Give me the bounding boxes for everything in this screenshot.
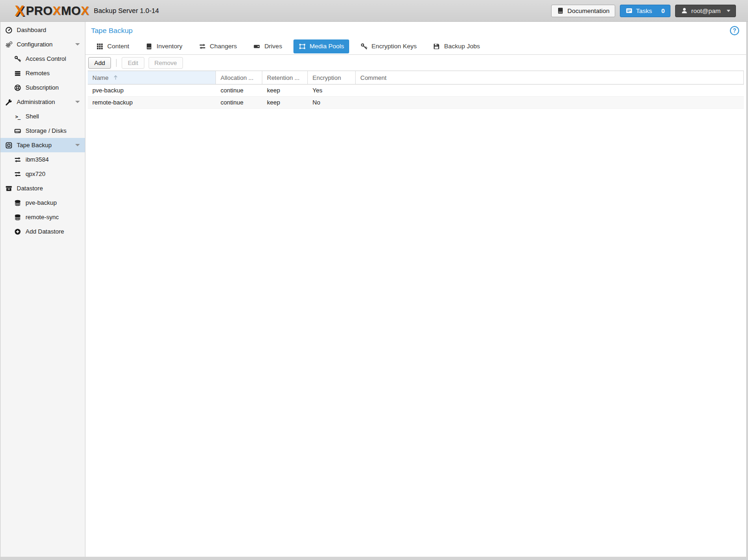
database-icon bbox=[14, 199, 21, 207]
sidebar-item-label: ibm3584 bbox=[26, 156, 49, 163]
user-icon bbox=[681, 7, 688, 14]
cell-comment bbox=[356, 97, 744, 108]
cell-allocation: continue bbox=[216, 85, 262, 96]
sidebar-item-add-datastore[interactable]: Add Datastore bbox=[0, 224, 85, 239]
content-panel: Tape Backup ? Content Inventory Changers… bbox=[85, 22, 746, 557]
sidebar-item-label: Shell bbox=[26, 113, 39, 120]
tab-encryption-keys[interactable]: Encryption Keys bbox=[355, 39, 422, 53]
sidebar-item-access-control[interactable]: Access Control bbox=[0, 52, 85, 66]
grid-icon bbox=[96, 43, 104, 50]
tab-media-pools[interactable]: Media Pools bbox=[293, 39, 349, 53]
task-list-icon bbox=[625, 7, 633, 14]
tab-label: Drives bbox=[264, 43, 282, 50]
column-header-encryption[interactable]: Encryption bbox=[308, 71, 356, 84]
add-button[interactable]: Add bbox=[88, 57, 111, 69]
sidebar-item-label: Remotes bbox=[26, 70, 50, 77]
sidebar-item-label: Dashboard bbox=[17, 26, 46, 33]
tab-content[interactable]: Content bbox=[91, 39, 134, 53]
sidebar-item-label: Administration bbox=[17, 98, 55, 105]
cell-comment bbox=[356, 85, 744, 96]
documentation-label: Documentation bbox=[567, 7, 610, 14]
exchange-arrows-icon bbox=[199, 43, 206, 50]
tab-label: Changers bbox=[210, 43, 237, 50]
gauge-icon bbox=[5, 26, 13, 34]
sidebar-item-configuration[interactable]: Configuration bbox=[0, 37, 85, 52]
collapse-arrow-icon[interactable] bbox=[75, 101, 80, 103]
collapse-arrow-icon[interactable] bbox=[75, 43, 80, 46]
sidebar-item-dashboard[interactable]: Dashboard bbox=[0, 23, 85, 37]
proxmox-logo[interactable]: X PROXMOX bbox=[15, 4, 89, 18]
hard-drive-icon bbox=[14, 127, 21, 135]
sidebar-item-label: pve-backup bbox=[26, 199, 57, 206]
save-icon bbox=[433, 43, 440, 50]
page-title: Tape Backup bbox=[91, 26, 133, 35]
object-group-icon bbox=[299, 43, 306, 50]
table-row-pve-backup[interactable]: pve-backup continue keep Yes bbox=[88, 85, 744, 97]
tab-bar: Content Inventory Changers Drives Media … bbox=[85, 37, 746, 55]
cell-name: pve-backup bbox=[88, 85, 216, 96]
cell-name: remote-backup bbox=[88, 97, 216, 108]
life-ring-icon bbox=[14, 84, 21, 91]
gears-icon bbox=[5, 41, 13, 48]
terminal-icon: >_ bbox=[14, 113, 21, 120]
exchange-arrows-icon bbox=[14, 170, 21, 178]
tab-drives[interactable]: Drives bbox=[248, 39, 287, 53]
user-label: root@pam bbox=[691, 7, 721, 14]
table-row-remote-backup[interactable]: remote-backup continue keep No bbox=[88, 97, 744, 109]
tab-label: Media Pools bbox=[310, 43, 344, 50]
chevron-down-icon bbox=[727, 10, 730, 12]
wrench-icon bbox=[5, 98, 13, 106]
book-icon bbox=[145, 43, 153, 50]
tab-changers[interactable]: Changers bbox=[194, 39, 242, 53]
cell-allocation: continue bbox=[216, 97, 262, 108]
proxmox-wordmark: PROXMOX bbox=[26, 5, 89, 17]
sidebar-item-tape-backup[interactable]: Tape Backup bbox=[0, 138, 85, 152]
tasks-label: Tasks bbox=[636, 7, 652, 14]
documentation-button[interactable]: Documentation bbox=[551, 5, 615, 17]
tab-label: Inventory bbox=[156, 43, 182, 50]
key-icon bbox=[360, 43, 368, 50]
sidebar-item-label: Storage / Disks bbox=[26, 127, 66, 134]
toolbar: Add Edit Remove bbox=[85, 55, 746, 71]
user-menu-button[interactable]: root@pam bbox=[675, 5, 736, 17]
sidebar-item-administration[interactable]: Administration bbox=[0, 95, 85, 109]
collapse-arrow-icon[interactable] bbox=[75, 144, 80, 146]
column-header-name[interactable]: Name bbox=[88, 71, 216, 84]
sidebar-item-label: Access Control bbox=[26, 55, 66, 62]
tab-backup-jobs[interactable]: Backup Jobs bbox=[428, 39, 485, 53]
edit-button[interactable]: Edit bbox=[122, 57, 144, 69]
database-icon bbox=[14, 214, 21, 221]
tab-label: Encryption Keys bbox=[371, 43, 417, 50]
sidebar-item-subscription[interactable]: Subscription bbox=[0, 80, 85, 95]
remove-button[interactable]: Remove bbox=[149, 57, 183, 69]
sidebar-item-pve-backup[interactable]: pve-backup bbox=[0, 195, 85, 210]
proxmox-x-icon: X bbox=[15, 4, 25, 18]
sidebar-item-label: Add Datastore bbox=[26, 228, 64, 235]
toolbar-separator bbox=[116, 59, 117, 67]
column-header-retention[interactable]: Retention ... bbox=[262, 71, 308, 84]
exchange-arrows-icon bbox=[14, 156, 21, 163]
tasks-count-badge: 0 bbox=[661, 7, 665, 14]
tasks-button[interactable]: Tasks 0 bbox=[620, 5, 670, 17]
sidebar-item-label: Configuration bbox=[17, 41, 52, 48]
cell-retention: keep bbox=[262, 97, 308, 108]
sidebar-item-storage-disks[interactable]: Storage / Disks bbox=[0, 124, 85, 138]
app-title: Backup Server 1.0-14 bbox=[94, 7, 159, 14]
sidebar-item-ibm3584[interactable]: ibm3584 bbox=[0, 152, 85, 167]
sidebar-item-shell[interactable]: >_ Shell bbox=[0, 109, 85, 124]
app-header: X PROXMOX Backup Server 1.0-14 Documenta… bbox=[0, 0, 748, 22]
sidebar-item-remotes[interactable]: Remotes bbox=[0, 66, 85, 80]
plus-circle-icon bbox=[14, 228, 21, 235]
sidebar-item-label: qpx720 bbox=[26, 170, 46, 177]
cell-retention: keep bbox=[262, 85, 308, 96]
column-header-allocation[interactable]: Allocation ... bbox=[216, 71, 262, 84]
column-header-comment[interactable]: Comment bbox=[356, 71, 744, 84]
sidebar-item-datastore[interactable]: Datastore bbox=[0, 181, 85, 195]
tab-inventory[interactable]: Inventory bbox=[140, 39, 188, 53]
list-icon bbox=[14, 70, 21, 77]
book-icon bbox=[557, 7, 564, 14]
sidebar-item-qpx720[interactable]: qpx720 bbox=[0, 167, 85, 181]
sidebar-item-remote-sync[interactable]: remote-sync bbox=[0, 210, 85, 224]
tape-cartridge-icon bbox=[5, 142, 13, 149]
help-button[interactable]: ? bbox=[730, 26, 739, 35]
